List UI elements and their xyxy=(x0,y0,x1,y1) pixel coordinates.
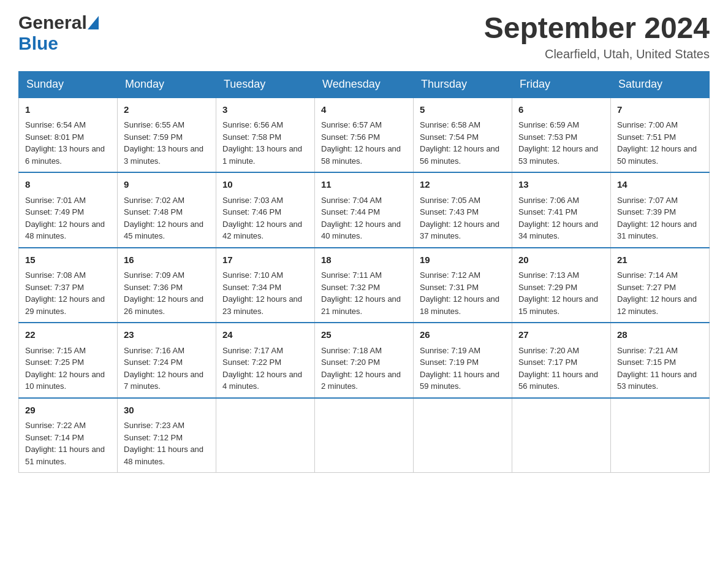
daylight-text: Daylight: 12 hours and 34 minutes. xyxy=(518,220,598,241)
day-number: 14 xyxy=(617,178,703,192)
calendar-cell: 24Sunrise: 7:17 AMSunset: 7:22 PMDayligh… xyxy=(216,323,315,398)
sunrise-text: Sunrise: 7:06 AM xyxy=(518,196,579,205)
logo: General Blue xyxy=(18,12,99,54)
week-row-2: 8Sunrise: 7:01 AMSunset: 7:49 PMDaylight… xyxy=(19,172,710,248)
sunset-text: Sunset: 7:58 PM xyxy=(222,132,281,142)
day-info: Sunrise: 6:56 AMSunset: 7:58 PMDaylight:… xyxy=(222,119,308,167)
svg-marker-0 xyxy=(88,16,99,29)
day-number: 21 xyxy=(617,253,703,267)
week-row-3: 15Sunrise: 7:08 AMSunset: 7:37 PMDayligh… xyxy=(19,248,710,323)
day-info: Sunrise: 7:13 AMSunset: 7:29 PMDaylight:… xyxy=(518,269,604,317)
daylight-text: Daylight: 11 hours and 56 minutes. xyxy=(518,370,598,391)
sunrise-text: Sunrise: 7:10 AM xyxy=(222,270,283,280)
calendar-cell: 1Sunrise: 6:54 AMSunset: 8:01 PMDaylight… xyxy=(19,98,118,173)
day-number: 2 xyxy=(124,103,210,117)
day-number: 12 xyxy=(420,178,506,192)
day-header-wednesday: Wednesday xyxy=(315,71,414,98)
calendar-cell: 6Sunrise: 6:59 AMSunset: 7:53 PMDaylight… xyxy=(512,98,611,173)
day-number: 29 xyxy=(25,404,111,418)
sunset-text: Sunset: 7:27 PM xyxy=(617,283,676,292)
day-header-monday: Monday xyxy=(118,71,216,98)
sunset-text: Sunset: 7:46 PM xyxy=(222,207,281,216)
daylight-text: Daylight: 12 hours and 10 minutes. xyxy=(25,370,105,391)
daylight-text: Daylight: 12 hours and 31 minutes. xyxy=(617,220,697,241)
calendar-cell xyxy=(315,398,414,473)
daylight-text: Daylight: 13 hours and 3 minutes. xyxy=(124,144,203,166)
calendar-cell: 2Sunrise: 6:55 AMSunset: 7:59 PMDaylight… xyxy=(118,98,216,173)
daylight-text: Daylight: 12 hours and 50 minutes. xyxy=(617,144,697,166)
day-number: 6 xyxy=(518,103,604,117)
day-info: Sunrise: 7:17 AMSunset: 7:22 PMDaylight:… xyxy=(222,345,308,393)
sunset-text: Sunset: 7:22 PM xyxy=(222,358,281,367)
sunrise-text: Sunrise: 7:22 AM xyxy=(25,421,86,430)
day-number: 9 xyxy=(124,178,210,192)
day-info: Sunrise: 6:58 AMSunset: 7:54 PMDaylight:… xyxy=(420,119,506,167)
calendar-cell: 27Sunrise: 7:20 AMSunset: 7:17 PMDayligh… xyxy=(512,323,611,398)
sunrise-text: Sunrise: 7:13 AM xyxy=(518,270,579,280)
sunset-text: Sunset: 7:25 PM xyxy=(25,358,84,367)
day-number: 19 xyxy=(420,253,506,267)
sunrise-text: Sunrise: 7:11 AM xyxy=(321,270,382,280)
daylight-text: Daylight: 12 hours and 42 minutes. xyxy=(222,220,302,241)
sunset-text: Sunset: 7:34 PM xyxy=(222,283,281,292)
sunset-text: Sunset: 7:36 PM xyxy=(124,283,183,292)
day-number: 11 xyxy=(321,178,407,192)
daylight-text: Daylight: 12 hours and 58 minutes. xyxy=(321,144,401,166)
page-header: General Blue September 2024 Clearfield, … xyxy=(18,12,710,61)
calendar-cell: 5Sunrise: 6:58 AMSunset: 7:54 PMDaylight… xyxy=(414,98,512,173)
sunrise-text: Sunrise: 7:15 AM xyxy=(25,346,86,355)
day-number: 28 xyxy=(617,328,703,342)
day-number: 15 xyxy=(25,253,111,267)
sunrise-text: Sunrise: 7:09 AM xyxy=(124,270,184,280)
sunrise-text: Sunrise: 7:05 AM xyxy=(420,196,480,205)
sunset-text: Sunset: 7:41 PM xyxy=(518,207,577,216)
day-header-saturday: Saturday xyxy=(611,71,710,98)
sunset-text: Sunset: 7:53 PM xyxy=(518,132,577,142)
calendar-cell: 7Sunrise: 7:00 AMSunset: 7:51 PMDaylight… xyxy=(611,98,710,173)
calendar-cell: 20Sunrise: 7:13 AMSunset: 7:29 PMDayligh… xyxy=(512,248,611,323)
calendar-cell: 16Sunrise: 7:09 AMSunset: 7:36 PMDayligh… xyxy=(118,248,216,323)
day-info: Sunrise: 7:21 AMSunset: 7:15 PMDaylight:… xyxy=(617,345,703,393)
sunset-text: Sunset: 7:24 PM xyxy=(124,358,183,367)
sunset-text: Sunset: 7:44 PM xyxy=(321,207,380,216)
calendar-cell: 12Sunrise: 7:05 AMSunset: 7:43 PMDayligh… xyxy=(414,172,512,248)
calendar-cell: 23Sunrise: 7:16 AMSunset: 7:24 PMDayligh… xyxy=(118,323,216,398)
day-info: Sunrise: 7:03 AMSunset: 7:46 PMDaylight:… xyxy=(222,194,308,242)
daylight-text: Daylight: 12 hours and 4 minutes. xyxy=(222,370,302,391)
sunset-text: Sunset: 7:39 PM xyxy=(617,207,676,216)
day-header-sunday: Sunday xyxy=(19,71,118,98)
day-info: Sunrise: 7:20 AMSunset: 7:17 PMDaylight:… xyxy=(518,345,604,393)
sunset-text: Sunset: 7:19 PM xyxy=(420,358,479,367)
calendar-cell: 25Sunrise: 7:18 AMSunset: 7:20 PMDayligh… xyxy=(315,323,414,398)
daylight-text: Daylight: 12 hours and 7 minutes. xyxy=(124,370,203,391)
sunset-text: Sunset: 7:32 PM xyxy=(321,283,380,292)
day-header-tuesday: Tuesday xyxy=(216,71,315,98)
day-number: 4 xyxy=(321,103,407,117)
sunrise-text: Sunrise: 7:16 AM xyxy=(124,346,184,355)
calendar-cell: 30Sunrise: 7:23 AMSunset: 7:12 PMDayligh… xyxy=(118,398,216,473)
sunset-text: Sunset: 7:37 PM xyxy=(25,283,84,292)
day-number: 24 xyxy=(222,328,308,342)
daylight-text: Daylight: 12 hours and 15 minutes. xyxy=(518,294,598,316)
day-info: Sunrise: 7:23 AMSunset: 7:12 PMDaylight:… xyxy=(124,419,210,467)
daylight-text: Daylight: 12 hours and 18 minutes. xyxy=(420,294,499,316)
day-info: Sunrise: 7:06 AMSunset: 7:41 PMDaylight:… xyxy=(518,194,604,242)
calendar-cell xyxy=(611,398,710,473)
day-number: 17 xyxy=(222,253,308,267)
sunset-text: Sunset: 7:54 PM xyxy=(420,132,479,142)
day-number: 10 xyxy=(222,178,308,192)
sunrise-text: Sunrise: 7:08 AM xyxy=(25,270,86,280)
day-number: 26 xyxy=(420,328,506,342)
sunrise-text: Sunrise: 7:19 AM xyxy=(420,346,480,355)
sunrise-text: Sunrise: 7:17 AM xyxy=(222,346,283,355)
sunset-text: Sunset: 7:51 PM xyxy=(617,132,676,142)
day-info: Sunrise: 7:08 AMSunset: 7:37 PMDaylight:… xyxy=(25,269,111,317)
sunrise-text: Sunrise: 7:02 AM xyxy=(124,196,184,205)
logo-triangle-icon xyxy=(88,16,99,29)
week-row-5: 29Sunrise: 7:22 AMSunset: 7:14 PMDayligh… xyxy=(19,398,710,473)
day-header-friday: Friday xyxy=(512,71,611,98)
day-number: 30 xyxy=(124,404,210,418)
calendar-cell: 10Sunrise: 7:03 AMSunset: 7:46 PMDayligh… xyxy=(216,172,315,248)
daylight-text: Daylight: 11 hours and 48 minutes. xyxy=(124,445,203,466)
day-number: 22 xyxy=(25,328,111,342)
